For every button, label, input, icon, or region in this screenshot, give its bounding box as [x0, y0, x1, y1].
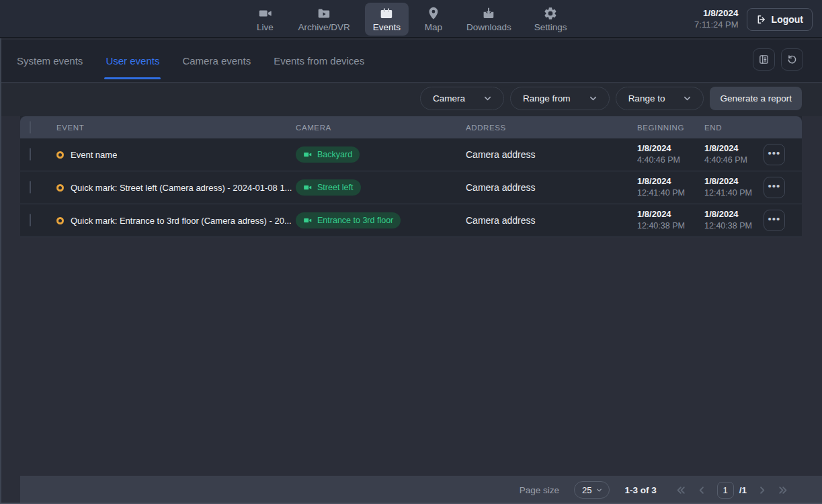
total-pages-label: /1 — [739, 485, 747, 495]
range-to-dropdown[interactable]: Range to — [616, 87, 704, 110]
camera-badge[interactable]: Street left — [296, 179, 361, 196]
page-size-dropdown[interactable]: 25 — [574, 481, 610, 499]
folder-play-icon — [317, 6, 331, 21]
nav-label-events: Events — [373, 22, 401, 32]
tab-user-events[interactable]: User events — [94, 40, 171, 82]
nav-item-settings[interactable]: Settings — [526, 3, 575, 36]
row-actions-button[interactable]: ••• — [764, 144, 785, 165]
refresh-button[interactable] — [781, 48, 803, 71]
tab-system-events[interactable]: System events — [5, 40, 94, 82]
journal-button[interactable] — [753, 48, 775, 71]
table-header: EVENT CAMERA ADDRESS BEGINNING END — [20, 116, 802, 138]
row-checkbox[interactable] — [30, 148, 31, 161]
camera-address: Camera address — [466, 149, 637, 160]
event-name: Quick mark: Entrance to 3rd floor (Camer… — [71, 216, 292, 226]
camera-badge[interactable]: Backyard — [296, 146, 360, 163]
page-size-value: 25 — [582, 485, 591, 495]
table-row[interactable]: Quick mark: Entrance to 3rd floor (Camer… — [20, 204, 802, 237]
previous-page-button[interactable] — [696, 485, 708, 496]
chevron-down-icon — [483, 93, 493, 103]
column-header-beginning: BEGINNING — [637, 124, 704, 132]
nav-label-map: Map — [425, 22, 442, 32]
nav-item-live[interactable]: Live — [247, 3, 283, 36]
event-ring-icon — [56, 151, 64, 159]
next-page-button[interactable] — [756, 485, 768, 496]
current-page-field[interactable]: 1 — [717, 482, 734, 499]
logout-label: Logout — [772, 14, 803, 25]
column-header-event: EVENT — [56, 124, 296, 132]
row-checkbox[interactable] — [30, 181, 31, 194]
column-header-end: END — [704, 124, 764, 132]
camera-icon — [303, 150, 313, 159]
pagination-bar: Page size 25 1-3 of 3 1 /1 — [20, 476, 822, 504]
events-tab-bar: System events User events Camera events … — [0, 40, 822, 83]
camera-icon — [303, 183, 313, 192]
tabs: System events User events Camera events … — [5, 40, 376, 82]
dots-icon: ••• — [768, 213, 781, 224]
range-to-label: Range to — [628, 93, 665, 103]
range-from-dropdown[interactable]: Range from — [510, 87, 610, 110]
row-actions-button[interactable]: ••• — [764, 210, 785, 231]
nav-label-archive: Archive/DVR — [298, 22, 350, 32]
map-pin-icon — [426, 6, 441, 21]
tab-label: Events from devices — [274, 42, 364, 81]
tab-label: User events — [106, 42, 159, 81]
filters: Camera Range from Range to Generate a re… — [420, 87, 802, 110]
nav-item-downloads[interactable]: Downloads — [458, 3, 520, 36]
current-date: 1/8/2024 — [694, 8, 739, 19]
tab-events-from-devices[interactable]: Events from devices — [262, 40, 376, 82]
column-header-address: ADDRESS — [466, 124, 637, 132]
end-time: 1/8/2024 4:40:46 PM — [704, 143, 764, 165]
calendar-icon — [379, 6, 394, 21]
chevron-down-icon — [595, 487, 603, 494]
user-events-panel: Camera Range from Range to Generate a re… — [0, 83, 822, 504]
double-chevron-right-icon — [777, 485, 788, 496]
dots-icon: ••• — [768, 180, 781, 192]
nav-item-archive-dvr[interactable]: Archive/DVR — [290, 3, 358, 36]
logout-icon — [756, 14, 767, 25]
event-ring-icon — [56, 184, 64, 192]
beginning-time: 1/8/2024 12:40:38 PM — [637, 209, 704, 231]
camera-badge-label: Street left — [317, 183, 354, 192]
top-bar: Live Archive/DVR Events Map — [0, 0, 822, 38]
row-checkbox[interactable] — [30, 214, 31, 226]
row-actions-button[interactable]: ••• — [764, 177, 785, 198]
camera-filter-dropdown[interactable]: Camera — [420, 87, 504, 110]
tab-camera-events[interactable]: Camera events — [171, 40, 262, 82]
range-from-label: Range from — [523, 93, 571, 103]
table-row[interactable]: Event name Backyard Camera address 1/8/2… — [20, 138, 802, 171]
page-size-label: Page size — [520, 485, 559, 495]
beginning-time: 1/8/2024 4:40:46 PM — [637, 143, 704, 165]
beginning-time: 1/8/2024 12:41:40 PM — [637, 176, 704, 198]
logout-button[interactable]: Logout — [747, 8, 813, 31]
event-name: Quick mark: Street left (Camera adress) … — [71, 183, 292, 193]
tabbar-actions — [753, 48, 803, 71]
camera-badge[interactable]: Entrance to 3rd floor — [296, 212, 401, 228]
events-app-window: Live Archive/DVR Events Map — [0, 0, 822, 504]
chevron-down-icon — [588, 93, 598, 103]
event-name: Event name — [71, 150, 117, 160]
select-all-checkbox[interactable] — [30, 121, 31, 134]
nav-item-map[interactable]: Map — [415, 3, 452, 36]
table-row[interactable]: Quick mark: Street left (Camera adress) … — [20, 171, 802, 204]
gear-icon — [543, 6, 558, 21]
camera-icon — [303, 216, 313, 225]
event-ring-icon — [56, 217, 64, 224]
generate-report-button[interactable]: Generate a report — [710, 87, 802, 110]
dots-icon: ••• — [768, 147, 781, 159]
current-time: 7:11:24 PM — [694, 19, 739, 30]
video-camera-icon — [257, 6, 272, 21]
camera-badge-label: Backyard — [317, 150, 352, 159]
nav-item-events[interactable]: Events — [365, 3, 409, 36]
camera-filter-label: Camera — [433, 93, 465, 103]
first-page-button[interactable] — [675, 485, 687, 496]
datetime-display: 1/8/2024 7:11:24 PM — [694, 8, 739, 30]
chevron-left-icon — [696, 485, 708, 496]
tab-label: Camera events — [182, 42, 251, 81]
main-nav: Live Archive/DVR Events Map — [247, 0, 575, 38]
chevron-right-icon — [756, 485, 768, 496]
camera-address: Camera address — [466, 215, 637, 226]
nav-label-downloads: Downloads — [466, 22, 511, 32]
window-left-edge — [0, 38, 1, 504]
last-page-button[interactable] — [777, 485, 788, 496]
